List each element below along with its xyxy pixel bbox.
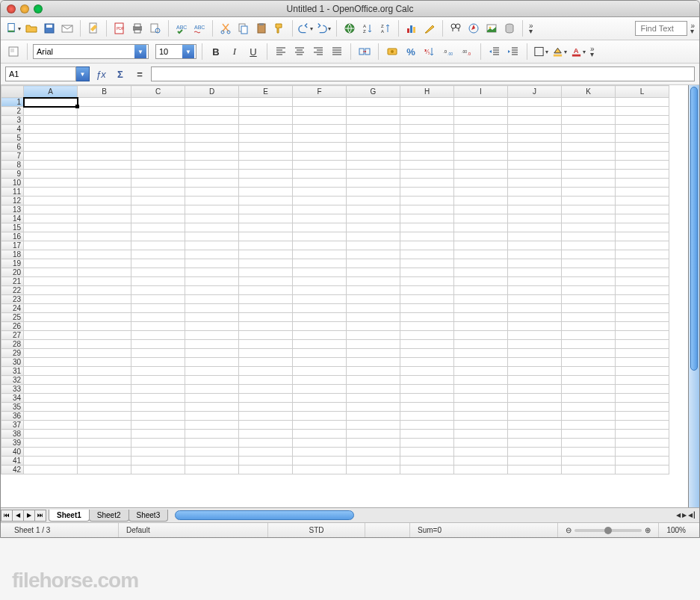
function-button[interactable]: = [131,66,148,82]
cell[interactable] [400,304,454,313]
cell[interactable] [24,277,78,286]
cell[interactable] [616,394,669,403]
cell[interactable] [293,349,347,358]
cell[interactable] [616,376,669,385]
cell[interactable] [239,134,293,143]
cell[interactable] [78,188,131,197]
find-toolbar-overflow-button[interactable]: »▾ [690,23,695,34]
cell[interactable] [293,313,347,322]
cell[interactable] [508,134,562,143]
cell[interactable] [616,331,669,340]
row-header[interactable]: 36 [1,412,24,421]
cell[interactable] [185,295,239,304]
cell[interactable] [293,107,347,116]
zoom-slider[interactable]: ⊖ ⊕ [558,523,659,537]
cell[interactable] [24,107,78,116]
cell[interactable] [400,259,454,268]
cell[interactable] [131,421,185,430]
cell[interactable] [562,403,616,412]
cell[interactable] [400,232,454,241]
cell[interactable] [293,161,347,170]
cell[interactable] [239,340,293,349]
cell[interactable] [508,188,562,197]
cell[interactable] [293,340,347,349]
cell[interactable] [131,259,185,268]
cell[interactable] [78,286,131,295]
cell[interactable] [78,197,131,205]
cell[interactable] [562,232,616,241]
cell[interactable] [508,205,562,214]
cell[interactable] [400,268,454,277]
cell[interactable] [24,188,78,197]
cell[interactable] [454,268,508,277]
cell[interactable] [616,295,669,304]
cell[interactable] [131,376,185,385]
cell[interactable] [239,223,293,232]
cell[interactable] [400,358,454,367]
cell[interactable] [24,304,78,313]
cell[interactable] [131,385,185,394]
cell[interactable] [508,295,562,304]
cell[interactable] [239,313,293,322]
row-header[interactable]: 42 [1,466,24,474]
cell[interactable] [185,349,239,358]
cell[interactable] [400,125,454,134]
cell[interactable] [131,430,185,439]
show-draw-button[interactable] [421,20,438,37]
cell[interactable] [562,170,616,179]
cell[interactable] [454,457,508,466]
cell[interactable] [24,152,78,161]
row-header[interactable]: 27 [1,331,24,340]
cell[interactable] [562,367,616,376]
row-header[interactable]: 34 [1,394,24,403]
cell[interactable] [78,313,131,322]
cell[interactable] [131,268,185,277]
cell[interactable] [562,286,616,295]
cell[interactable] [239,232,293,241]
cell[interactable] [185,421,239,430]
spreadsheet-grid[interactable]: ABCDEFGHIJKL1234567891011121314151617181… [1,85,669,474]
cell[interactable] [508,161,562,170]
cell[interactable] [185,98,239,107]
tab-nav-button[interactable]: ◀ [12,510,24,522]
cell[interactable] [562,313,616,322]
cell[interactable] [508,394,562,403]
cell[interactable] [400,241,454,250]
cell[interactable] [185,403,239,412]
save-button[interactable] [41,20,58,37]
cell[interactable] [239,466,293,474]
cell[interactable] [562,250,616,259]
column-header[interactable]: K [562,86,616,98]
cell[interactable] [400,439,454,448]
cell[interactable] [454,421,508,430]
currency-button[interactable] [384,43,400,60]
cell[interactable] [293,394,347,403]
cell[interactable] [616,179,669,188]
cell[interactable] [185,152,239,161]
cell[interactable] [293,205,347,214]
cell[interactable] [454,179,508,188]
cell[interactable] [131,457,185,466]
cell[interactable] [454,448,508,457]
print-preview-button[interactable] [147,20,164,37]
cell[interactable] [185,188,239,197]
cell[interactable] [347,232,400,241]
sort-asc-button[interactable]: AZ [359,20,376,37]
column-header[interactable]: J [508,86,562,98]
cell[interactable] [454,313,508,322]
cell[interactable] [508,107,562,116]
font-size-input[interactable] [156,45,182,58]
grid-scroll-container[interactable]: ABCDEFGHIJKL1234567891011121314151617181… [1,85,688,507]
vertical-scrollbar[interactable] [688,85,699,507]
cell[interactable] [347,430,400,439]
cell[interactable] [562,295,616,304]
cell[interactable] [347,403,400,412]
cell[interactable] [239,161,293,170]
cell[interactable] [454,322,508,331]
cell[interactable] [347,358,400,367]
align-right-button[interactable] [310,43,326,60]
cell[interactable] [508,439,562,448]
cell[interactable] [454,125,508,134]
cell[interactable] [131,152,185,161]
cell[interactable] [239,367,293,376]
